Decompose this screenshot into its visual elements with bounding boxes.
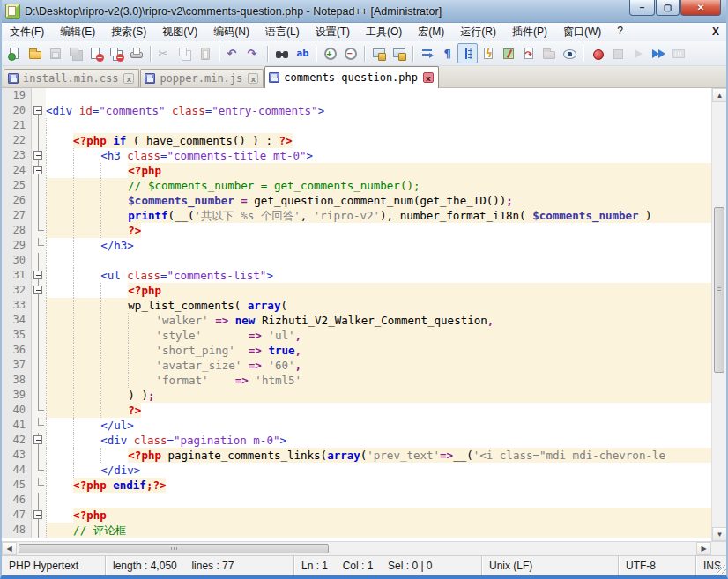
cut-button[interactable] [154, 43, 175, 63]
fold-collapse-icon[interactable] [32, 508, 46, 523]
tab-close-icon[interactable]: x [123, 73, 134, 84]
line-number[interactable]: 29 [2, 238, 32, 253]
line-number[interactable]: 47 [2, 508, 32, 523]
line-number[interactable]: 35 [2, 328, 32, 343]
redo-button[interactable] [243, 43, 264, 63]
minimize-button[interactable]: – [629, 0, 655, 16]
line-number[interactable]: 32 [2, 283, 32, 298]
replace-button[interactable] [292, 43, 312, 63]
line-number[interactable]: 30 [2, 253, 32, 268]
menu-item-1[interactable]: 文件(F) [2, 23, 52, 41]
menu-item-5[interactable]: 编码(N) [205, 23, 257, 41]
new-file-button[interactable] [4, 43, 25, 63]
show-all-chars-button[interactable] [437, 43, 457, 63]
function-completion-button[interactable] [478, 43, 498, 63]
line-number[interactable]: 31 [2, 268, 32, 283]
document-switcher-button[interactable] [518, 43, 539, 63]
tab-close-icon[interactable]: x [248, 73, 258, 84]
fold-collapse-icon[interactable] [32, 268, 46, 283]
fold-collapse-icon[interactable] [32, 433, 46, 448]
horizontal-scroll-thumb[interactable] [19, 544, 329, 553]
menu-item-7[interactable]: 设置(T) [308, 23, 358, 41]
line-number[interactable]: 22 [2, 133, 32, 148]
scroll-up-arrow-icon[interactable]: ▲ [712, 88, 726, 102]
document-map-button[interactable] [498, 43, 518, 63]
close-button[interactable]: ✕ [680, 0, 721, 16]
fold-box-icon[interactable] [33, 106, 42, 115]
sync-horizontal-button[interactable] [389, 43, 409, 63]
line-number[interactable]: 21 [2, 118, 32, 133]
scroll-right-arrow-icon[interactable]: ▶ [696, 542, 711, 555]
fold-collapse-icon[interactable] [32, 148, 46, 163]
line-number[interactable]: 45 [2, 478, 32, 493]
menu-item-3[interactable]: 搜索(S) [103, 23, 154, 41]
paste-button[interactable] [195, 43, 215, 63]
close-file-button[interactable] [85, 43, 106, 63]
line-number[interactable]: 40 [2, 403, 32, 418]
indent-guide-button[interactable] [457, 43, 478, 63]
menu-item-8[interactable]: 工具(O) [358, 23, 410, 41]
tab-comments-question.php[interactable]: comments-question.phpx [264, 66, 439, 88]
maximize-button[interactable]: ▢ [656, 0, 680, 16]
save-recorded-macro-button[interactable] [668, 43, 688, 63]
menubar-close-document-button[interactable]: X [712, 26, 719, 38]
line-number[interactable]: 34 [2, 313, 32, 328]
scroll-left-arrow-icon[interactable]: ◀ [2, 542, 17, 555]
scroll-down-arrow-icon[interactable]: ▼ [712, 527, 726, 541]
line-number[interactable]: 28 [2, 223, 32, 238]
line-number[interactable]: 43 [2, 448, 32, 463]
menu-item-9[interactable]: 宏(M) [410, 23, 452, 41]
stop-macro-button[interactable] [607, 43, 628, 63]
line-number[interactable]: 27 [2, 208, 32, 223]
tab-popper.min.js[interactable]: popper.min.jsx [140, 69, 264, 87]
line-number[interactable]: 37 [2, 358, 32, 373]
sync-vertical-button[interactable] [368, 43, 389, 63]
line-number[interactable]: 46 [2, 493, 32, 508]
line-number[interactable]: 24 [2, 163, 32, 178]
save-all-button[interactable] [65, 43, 85, 63]
menu-item-13[interactable]: ? [609, 23, 631, 41]
fold-box-icon[interactable] [33, 271, 42, 279]
code-view[interactable]: 1920<div id="comments" class="entry-comm… [2, 88, 711, 541]
line-number[interactable]: 33 [2, 298, 32, 313]
line-number[interactable]: 26 [2, 193, 32, 208]
line-number[interactable]: 38 [2, 373, 32, 388]
line-number[interactable]: 42 [2, 433, 32, 448]
copy-button[interactable] [175, 43, 195, 63]
undo-button[interactable] [223, 43, 243, 63]
title-bar[interactable]: D:\Desktop\ripro-v2(3.0)\ripro-v2\commen… [2, 0, 726, 23]
fold-box-icon[interactable] [33, 151, 42, 160]
menu-item-10[interactable]: 运行(R) [452, 23, 504, 41]
run-macro-multiple-button[interactable] [648, 43, 668, 63]
zoom-in-button[interactable] [320, 43, 340, 63]
fold-box-icon[interactable] [33, 286, 42, 294]
fold-collapse-icon[interactable] [32, 103, 46, 118]
vertical-scrollbar[interactable]: ▲ ▼ [711, 88, 726, 541]
fold-box-icon[interactable] [33, 510, 42, 519]
menu-item-11[interactable]: 插件(P) [504, 23, 555, 41]
status-encoding[interactable]: UTF-8 [619, 556, 696, 575]
save-button[interactable] [45, 43, 65, 63]
status-eol-format[interactable]: Unix (LF) [482, 556, 619, 575]
line-number[interactable]: 20 [2, 103, 32, 118]
open-folder-button[interactable] [25, 43, 45, 63]
close-all-button[interactable] [106, 43, 126, 63]
fold-collapse-icon[interactable] [32, 283, 46, 298]
horizontal-scroll-track[interactable] [17, 542, 696, 555]
tab-install.min.css[interactable]: install.min.cssx [4, 69, 139, 87]
menu-item-4[interactable]: 视图(V) [154, 23, 205, 41]
play-macro-button[interactable] [628, 43, 648, 63]
fold-box-icon[interactable] [33, 435, 42, 444]
print-button[interactable] [126, 43, 146, 63]
fold-collapse-icon[interactable] [32, 163, 46, 178]
find-button[interactable] [271, 43, 292, 63]
record-macro-button[interactable] [587, 43, 607, 63]
menu-item-12[interactable]: 窗口(W) [555, 23, 609, 41]
line-number[interactable]: 25 [2, 178, 32, 193]
word-wrap-button[interactable] [417, 43, 437, 63]
fold-box-icon[interactable] [33, 166, 42, 174]
line-number[interactable]: 48 [2, 523, 32, 538]
vertical-scroll-thumb[interactable] [714, 207, 724, 373]
line-number[interactable]: 23 [2, 148, 32, 163]
menu-item-2[interactable]: 编辑(E) [52, 23, 103, 41]
